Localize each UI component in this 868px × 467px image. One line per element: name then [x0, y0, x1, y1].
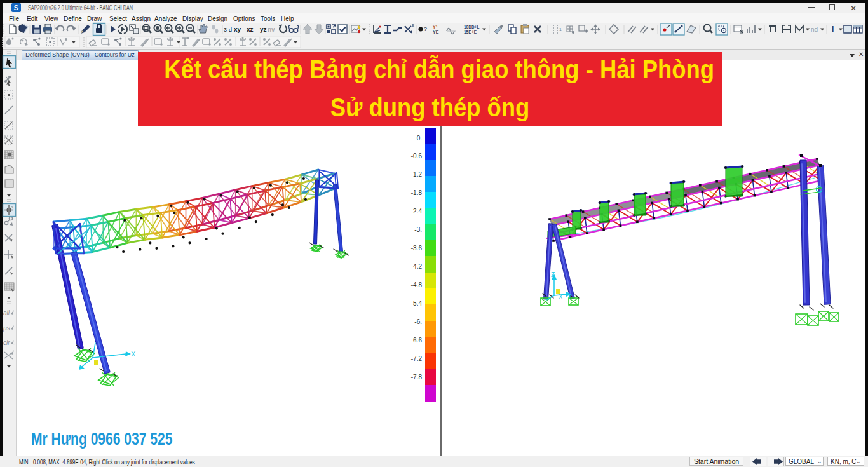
svg-text:X: X	[131, 350, 136, 358]
svg-text:10D: 10D	[464, 25, 471, 29]
svg-text:X: X	[559, 294, 563, 301]
svg-text:D+L: D+L	[471, 25, 479, 29]
svg-text:Z: Z	[551, 271, 555, 278]
svg-text:E: E	[412, 24, 414, 27]
svg-text:xz: xz	[247, 26, 254, 33]
svg-text:?: ?	[424, 26, 427, 32]
svg-text:ps: ps	[3, 325, 10, 332]
svg-text:YE: YE	[433, 30, 439, 34]
svg-text:nd: nd	[811, 26, 818, 33]
svg-text:all: all	[3, 309, 10, 316]
svg-text:+E: +E	[471, 30, 477, 34]
svg-text:15E: 15E	[464, 30, 471, 34]
svg-text:I: I	[832, 25, 834, 34]
svg-text:Y²: Y²	[433, 25, 438, 29]
svg-text:3-d: 3-d	[224, 27, 232, 33]
svg-text:nv: nv	[268, 26, 275, 33]
svg-text:1: 1	[559, 27, 562, 32]
svg-text:yz: yz	[260, 26, 267, 33]
svg-text:Y: Y	[567, 293, 572, 300]
svg-text:clr: clr	[3, 339, 10, 346]
svg-text:xy: xy	[234, 26, 241, 33]
